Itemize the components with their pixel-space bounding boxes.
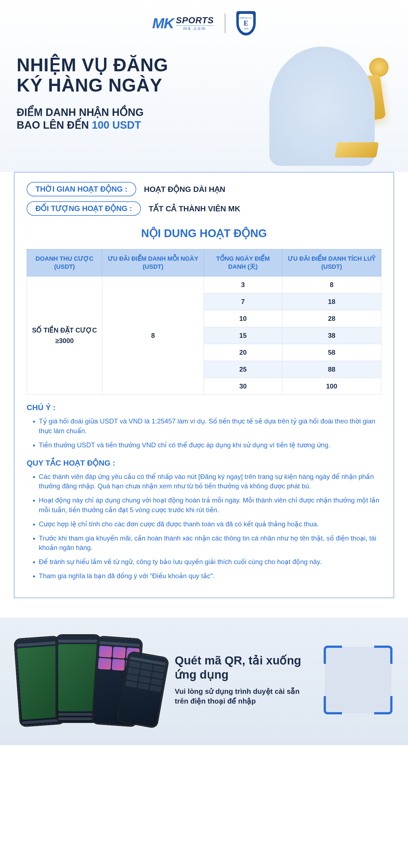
activity-time-value: HOẠT ĐỘNG DÀI HẠN xyxy=(144,185,225,194)
list-item: Các thành viên đáp ứng yêu cầu có thể nh… xyxy=(39,472,381,491)
col-daily-bonus: ƯU ĐÃI ĐIỂM DANH MỖI NGÀY (USDT) xyxy=(102,249,204,277)
days-cell: 25 xyxy=(204,361,282,378)
cumulative-cell: 38 xyxy=(282,327,381,344)
col-revenue: DOANH THU CƯỢC (USDT) xyxy=(27,249,102,277)
cumulative-cell: 28 xyxy=(282,310,381,327)
days-cell: 3 xyxy=(204,277,282,293)
phones-mockup xyxy=(17,634,164,726)
meta-row-target: ĐỐI TƯỢNG HOẠT ĐỘNG : TẤT CẢ THÀNH VIÊN … xyxy=(27,202,381,216)
list-item: Hoạt động này chỉ áp dụng chung với hoạt… xyxy=(39,496,381,515)
revenue-cell: SỐ TIỀN ĐẶT CƯỢC≥3000 xyxy=(27,277,102,395)
gold-bar-icon xyxy=(335,142,379,157)
col-cumulative-bonus: ƯU ĐÃI ĐIỂM DANH TÍCH LUỸ (USDT) xyxy=(282,249,381,277)
days-cell: 10 xyxy=(204,310,282,327)
brand-logo: MK SPORTS mk.com xyxy=(152,15,214,32)
list-item: Cược hợp lệ chỉ tính cho các đơn cược đã… xyxy=(39,519,381,529)
meta-row-time: THỜI GIAN HOẠT ĐỘNG : HOẠT ĐỘNG DÀI HẠN xyxy=(27,182,381,196)
notes-list: Tỷ giá hối đoái giữa USDT và VND là 1:25… xyxy=(27,416,381,450)
days-cell: 30 xyxy=(204,378,282,395)
content-section-title: NỘI DUNG HOẠT ĐỘNG xyxy=(27,227,381,240)
cumulative-cell: 100 xyxy=(282,378,381,395)
list-item: Tỷ giá hối đoái giữa USDT và VND là 1:25… xyxy=(39,416,381,436)
partner-badge-icon: EMPOLI F.C. E 1920 xyxy=(236,11,256,35)
activity-target-label: ĐỐI TƯỢNG HOẠT ĐỘNG : xyxy=(27,202,141,216)
bonus-table: DOANH THU CƯỢC (USDT) ƯU ĐÃI ĐIỂM DANH M… xyxy=(27,249,381,395)
hero-title: NHIỆM VỤ ĐĂNG KÝ HÀNG NGÀY xyxy=(17,55,205,95)
footer-subtitle: Vui lòng sử dụng trình duyệt cài sẵn trê… xyxy=(175,687,314,706)
brand-url: mk.com xyxy=(176,26,214,31)
list-item: Tiền thưởng USDT và tiền thưởng VND chỉ … xyxy=(39,440,381,450)
notes-heading: CHÚ Ý : xyxy=(27,403,381,412)
cumulative-cell: 8 xyxy=(282,277,381,293)
cumulative-cell: 88 xyxy=(282,361,381,378)
download-footer: Quét mã QR, tải xuống ứng dụng Vui lòng … xyxy=(0,618,408,745)
hero-bonus-amount: 100 USDT xyxy=(92,119,141,131)
qr-code-frame-icon xyxy=(325,647,391,713)
list-item: Tham gia nghĩa là bạn đã đồng ý với "Điề… xyxy=(39,571,381,581)
table-row: SỐ TIỀN ĐẶT CƯỢC≥3000838 xyxy=(27,277,381,293)
rules-list: Các thành viên đáp ứng yêu cầu có thể nh… xyxy=(27,472,381,581)
activity-panel: THỜI GIAN HOẠT ĐỘNG : HOẠT ĐỘNG DÀI HẠN … xyxy=(14,172,394,598)
footer-title: Quét mã QR, tải xuống ứng dụng xyxy=(175,654,314,682)
rules-heading: QUY TẮC HOẠT ĐỘNG : xyxy=(27,458,381,468)
hero-figure xyxy=(205,49,391,168)
hero-banner: MK SPORTS mk.com EMPOLI F.C. E 1920 NHIỆ… xyxy=(0,0,408,172)
partner-badge-year: 1920 xyxy=(244,27,249,30)
gold-coin-icon xyxy=(369,58,388,77)
cumulative-cell: 58 xyxy=(282,344,381,361)
partner-badge-top: EMPOLI F.C. xyxy=(240,17,253,19)
daily-bonus-cell: 8 xyxy=(102,277,204,395)
cumulative-cell: 18 xyxy=(282,293,381,310)
days-cell: 7 xyxy=(204,293,282,310)
days-cell: 20 xyxy=(204,344,282,361)
activity-target-value: TẤT CẢ THÀNH VIÊN MK xyxy=(149,204,240,213)
list-item: Trước khi tham gia khuyến mãi, cần hoàn … xyxy=(39,533,381,553)
activity-time-label: THỜI GIAN HOẠT ĐỘNG : xyxy=(27,182,136,196)
days-cell: 15 xyxy=(204,327,282,344)
hero-subtitle: ĐIỂM DANH NHẬN HỒNG BAO LÊN ĐẾN 100 USDT xyxy=(17,106,205,131)
list-item: Để tránh sự hiểu lầm về từ ngữ, công ty … xyxy=(39,557,381,567)
logo-bar: MK SPORTS mk.com EMPOLI F.C. E 1920 xyxy=(17,11,391,35)
col-total-days: TỔNG NGÀY ĐIỂM DANH (天) xyxy=(204,249,282,277)
brand-mark: MK xyxy=(152,15,174,32)
partner-badge-letter: E xyxy=(244,19,248,27)
brand-name: SPORTS xyxy=(176,15,214,26)
